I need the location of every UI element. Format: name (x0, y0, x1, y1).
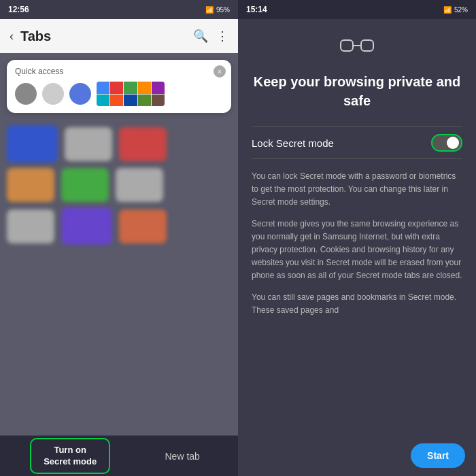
tab-thumb-7 (7, 209, 54, 243)
secret-content: Keep your browsing private and safe Lock… (238, 19, 476, 435)
lock-secret-toggle[interactable] (431, 134, 462, 152)
status-bar-right: 15:14 📶 52% (238, 0, 476, 19)
more-icon[interactable]: ⋮ (216, 29, 228, 44)
grid-cell-10 (152, 95, 165, 107)
left-panel: 12:56 📶 95% ‹ Tabs 🔍 ⋮ Quick access (0, 0, 238, 476)
wifi-icon: 📶 (205, 6, 214, 14)
battery-text: 95% (216, 6, 230, 14)
svg-rect-1 (361, 40, 373, 51)
status-bar-left: 12:56 📶 95% (0, 0, 238, 19)
quick-access-card: Quick access × (7, 60, 231, 113)
quick-access-thumbnails (15, 82, 223, 106)
back-button[interactable]: ‹ (10, 29, 14, 44)
tab-thumb-9 (119, 209, 167, 243)
grid-cell-7 (110, 95, 123, 107)
thumb-grid (97, 82, 165, 106)
close-icon[interactable]: × (214, 65, 226, 78)
svg-line-3 (340, 43, 341, 46)
tab-thumb-8 (61, 207, 112, 245)
tab-row-1 (7, 125, 231, 163)
svg-line-4 (373, 43, 374, 46)
nav-bar: ‹ Tabs 🔍 ⋮ (0, 19, 238, 53)
bottom-bar-left: Turn onSecret mode New tab (0, 435, 238, 476)
status-icons-right: 📶 52% (443, 6, 468, 14)
wifi-icon-right: 📶 (443, 6, 452, 14)
tab-thumb-2 (65, 127, 112, 161)
grid-cell-3 (124, 82, 137, 94)
bottom-bar-right: Start (238, 435, 476, 476)
privacy-title: Keep your browsing private and safe (252, 72, 462, 110)
description-paragraph-2: Secret mode gives you the same browsing … (252, 218, 462, 283)
lock-secret-row: Lock Secret mode (252, 126, 462, 159)
page-title: Tabs (20, 29, 186, 44)
tab-row-2 (7, 168, 231, 202)
search-icon[interactable]: 🔍 (193, 29, 208, 44)
mask-icon (252, 33, 462, 61)
grid-cell-8 (124, 95, 137, 107)
turn-on-secret-mode-button[interactable]: Turn onSecret mode (30, 438, 110, 475)
grid-cell-1 (97, 82, 109, 94)
description-paragraph-1: You can lock Secret mode with a password… (252, 170, 462, 209)
thumb-circle-1 (15, 83, 37, 105)
svg-rect-0 (341, 40, 353, 51)
grid-cell-2 (110, 82, 123, 94)
thumb-circle-2 (42, 83, 64, 105)
blurred-tabs (0, 120, 238, 250)
tab-thumb-4 (7, 168, 54, 202)
right-panel: 15:14 📶 52% Keep your browsing private a… (238, 0, 476, 476)
lock-secret-label: Lock Secret mode (252, 137, 334, 149)
tab-thumb-1 (7, 125, 58, 163)
description-paragraph-3: You can still save pages and bookmarks i… (252, 291, 462, 317)
tab-thumb-3 (119, 127, 167, 161)
secret-mode-label: Turn onSecret mode (44, 445, 97, 466)
grid-cell-9 (138, 95, 151, 107)
tabs-content: Quick access × (0, 53, 238, 435)
start-button[interactable]: Start (411, 443, 465, 468)
quick-access-label: Quick access (15, 67, 223, 76)
tab-row-3 (7, 207, 231, 245)
battery-text-right: 52% (454, 6, 468, 14)
grid-cell-4 (138, 82, 151, 94)
grid-cell-6 (97, 95, 109, 107)
status-time-right: 15:14 (246, 5, 267, 14)
grid-cell-5 (152, 82, 165, 94)
tab-thumb-6 (116, 168, 163, 202)
status-icons-left: 📶 95% (205, 6, 230, 14)
nav-actions: 🔍 ⋮ (193, 29, 228, 44)
new-tab-button[interactable]: New tab (156, 445, 207, 467)
tab-thumb-5 (61, 168, 109, 202)
toggle-knob (447, 137, 459, 149)
description-text: You can lock Secret mode with a password… (252, 170, 462, 325)
thumb-circle-3 (69, 83, 91, 105)
status-time-left: 12:56 (8, 5, 29, 14)
